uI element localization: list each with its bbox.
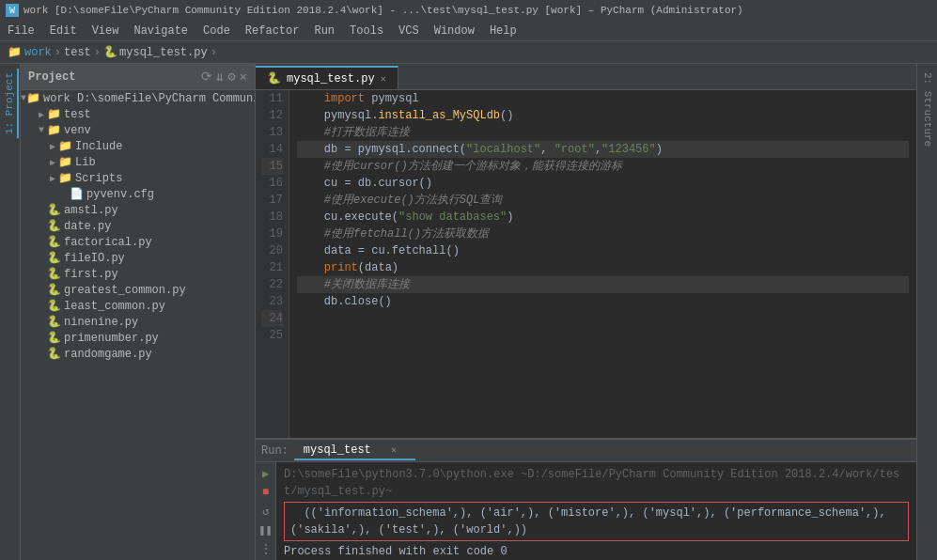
code-line-12: import pymysql: [297, 90, 909, 107]
left-tab-project[interactable]: 1: Project: [2, 69, 19, 138]
no-arrow-date: ▶: [36, 221, 47, 232]
menu-help[interactable]: Help: [482, 23, 524, 39]
expand-arrow-lib: ▶: [47, 157, 58, 168]
tree-label-amstl: amstl.py: [64, 204, 118, 217]
menu-file[interactable]: File: [0, 23, 42, 39]
breadcrumb-test[interactable]: test: [64, 46, 91, 59]
menu-navigate[interactable]: Navigate: [126, 23, 195, 39]
tree-item-least[interactable]: ▶ 🐍 least_common.py: [21, 298, 255, 314]
tab-close[interactable]: ✕: [381, 73, 386, 85]
run-body: ▶ ■ ↺ ❚❚ ⋮ D:\someFile\python3.7.0\pytho…: [256, 462, 916, 560]
code-line-13: pymysql.install_as_MySQLdb(): [297, 107, 909, 124]
code-text[interactable]: import pymysql pymysql.install_as_MySQLd…: [289, 90, 916, 438]
file-icon-greatest: 🐍: [47, 283, 61, 297]
expand-arrow-test: ▶: [36, 109, 47, 120]
run-play-button[interactable]: ▶: [258, 466, 273, 481]
menu-window[interactable]: Window: [427, 23, 482, 39]
menu-view[interactable]: View: [85, 23, 127, 39]
folder-icon-test: 📁: [47, 107, 61, 121]
tree-item-test[interactable]: ▶ 📁 test: [21, 106, 255, 122]
right-tab-structure[interactable]: 2: Structure: [920, 69, 935, 150]
tree-label-pyvenv: pyvenv.cfg: [86, 188, 154, 201]
settings-icon[interactable]: ⚙: [227, 69, 235, 85]
run-tab-mysql[interactable]: mysql_test ✕: [294, 442, 415, 460]
tree-item-include[interactable]: ▶ 📁 Include: [21, 138, 255, 154]
collapse-icon[interactable]: ⇊: [216, 69, 224, 85]
code-line-21: data = cu.fetchall(): [297, 242, 909, 259]
tree-item-fileIO[interactable]: ▶ 🐍 fileIO.py: [21, 250, 255, 266]
run-tab-close[interactable]: ✕: [382, 443, 406, 458]
main-layout: 1: Project Project ⟳ ⇊ ⚙ ✕ ▼ 📁 work D:\s…: [0, 64, 937, 560]
code-line-14: #打开数据库连接: [297, 124, 909, 141]
no-arrow-primenumber: ▶: [36, 333, 47, 344]
expand-arrow-venv: ▼: [36, 125, 47, 135]
run-tab-label: mysql_test: [304, 443, 371, 457]
no-arrow-amstl: ▶: [36, 205, 47, 216]
tree-item-amstl[interactable]: ▶ 🐍 amstl.py: [21, 202, 255, 218]
tree-item-scripts[interactable]: ▶ 📁 Scripts: [21, 170, 255, 186]
run-more-button[interactable]: ⋮: [258, 541, 273, 556]
tree-item-date[interactable]: ▶ 🐍 date.py: [21, 218, 255, 234]
code-line-25: db.close(): [297, 293, 909, 310]
editor-tab-mysql[interactable]: 🐍 mysql_test.py ✕: [256, 66, 398, 89]
menu-refactor[interactable]: Refactor: [238, 23, 307, 39]
tree-label-scripts: Scripts: [75, 172, 122, 185]
tree-label-fileIO: fileIO.py: [64, 252, 125, 265]
run-pause-button[interactable]: ❚❚: [258, 522, 273, 537]
tree-label-date: date.py: [64, 220, 111, 233]
run-controls: ▶ ■ ↺ ❚❚ ⋮: [256, 462, 276, 560]
no-arrow-least: ▶: [36, 301, 47, 312]
folder-icon-venv: 📁: [47, 123, 61, 137]
breadcrumb-icon: 📁: [8, 45, 22, 59]
tree-item-primenumber[interactable]: ▶ 🐍 primenumber.py: [21, 330, 255, 346]
window-title: work [D:\someFile\PyCharm Community Edit…: [23, 5, 743, 16]
tree-root[interactable]: ▼ 📁 work D:\someFile\PyCharm Community E…: [21, 90, 255, 106]
tree-item-lib[interactable]: ▶ 📁 Lib: [21, 154, 255, 170]
breadcrumb-file[interactable]: mysql_test.py: [119, 46, 208, 59]
file-icon-first: 🐍: [47, 267, 61, 281]
tree-label-venv: venv: [64, 124, 91, 137]
code-line-19: cu.execute("show databases"): [297, 209, 909, 226]
project-sidebar: Project ⟳ ⇊ ⚙ ✕ ▼ 📁 work D:\someFile\PyC…: [21, 64, 256, 560]
run-result: (('information_schema',), ('air',), ('mi…: [284, 502, 909, 541]
no-arrow-pyvenv: ▶: [58, 189, 70, 200]
run-exit-code: Process finished with exit code 0: [284, 543, 909, 560]
sync-icon[interactable]: ⟳: [201, 69, 212, 85]
code-line-23: print(data): [297, 259, 909, 276]
file-icon-least: 🐍: [47, 299, 61, 313]
menu-vcs[interactable]: VCS: [391, 23, 427, 39]
sidebar-header: Project ⟳ ⇊ ⚙ ✕: [21, 64, 255, 90]
code-line-17: cu = db.cursor(): [297, 175, 909, 192]
breadcrumb-work[interactable]: work: [24, 46, 52, 59]
run-stop-button[interactable]: ■: [258, 485, 273, 500]
tree-label-root: work D:\someFile\PyCharm Community Editi…: [43, 92, 255, 105]
tree-item-randomgame[interactable]: ▶ 🐍 randomgame.py: [21, 346, 255, 362]
code-editor[interactable]: 11 12 13 14 15 16 17 18 19 20 21 22 23 2…: [256, 90, 916, 438]
menu-edit[interactable]: Edit: [42, 23, 85, 39]
menu-tools[interactable]: Tools: [342, 23, 391, 39]
line-numbers: 11 12 13 14 15 16 17 18 19 20 21 22 23 2…: [256, 90, 289, 438]
tree-label-include: Include: [75, 140, 122, 153]
run-rerun-button[interactable]: ↺: [258, 504, 273, 519]
close-icon[interactable]: ✕: [240, 69, 247, 85]
no-arrow-randomgame: ▶: [36, 349, 47, 360]
menu-code[interactable]: Code: [195, 23, 238, 39]
tree-item-pyvenv[interactable]: ▶ 📄 pyvenv.cfg: [21, 186, 255, 202]
tree-item-factorical[interactable]: ▶ 🐍 factorical.py: [21, 234, 255, 250]
editor-tabs: 🐍 mysql_test.py ✕: [256, 64, 916, 90]
run-label: Run:: [256, 444, 294, 458]
menu-run[interactable]: Run: [306, 23, 342, 39]
tree-item-ninenine[interactable]: ▶ 🐍 ninenine.py: [21, 314, 255, 330]
app-icon: W: [6, 4, 19, 17]
right-tabs: 2: Structure: [916, 64, 937, 560]
editor-area: 🐍 mysql_test.py ✕ 11 12 13 14 15 16 17 1…: [256, 64, 916, 438]
tree-item-venv[interactable]: ▼ 📁 venv: [21, 122, 255, 138]
no-arrow-fileIO: ▶: [36, 253, 47, 264]
tree-item-first[interactable]: ▶ 🐍 first.py: [21, 266, 255, 282]
run-tabs: Run: mysql_test ✕: [256, 440, 916, 462]
tree-label-ninenine: ninenine.py: [64, 316, 138, 329]
code-line-20: #使用fetchall()方法获取数据: [297, 226, 909, 242]
code-line-24: #关闭数据库连接: [297, 276, 909, 293]
tree-item-greatest[interactable]: ▶ 🐍 greatest_common.py: [21, 282, 255, 298]
left-tabs: 1: Project: [0, 64, 21, 560]
